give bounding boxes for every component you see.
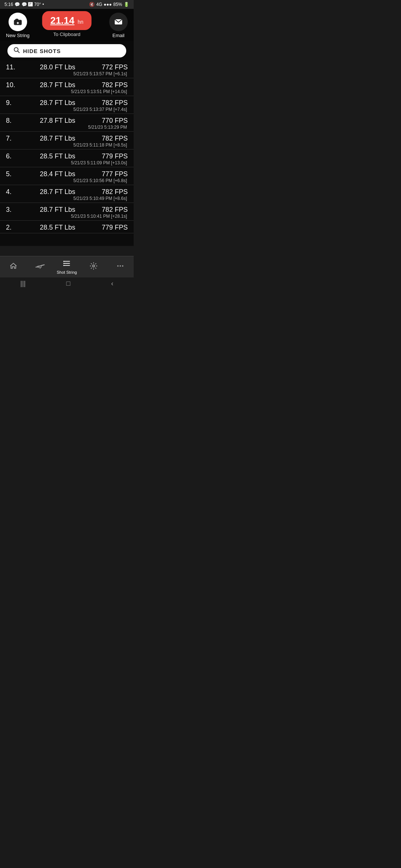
- nav-shot-string[interactable]: Shot String: [53, 257, 80, 277]
- shot-timestamp: 5/21/23 5:10:41 PM [+28.1s]: [6, 214, 128, 219]
- new-string-icon-circle: [9, 13, 27, 31]
- shot-row-5[interactable]: 6.28.5 FT Lbs779 FPS5/21/23 5:11:09 PM […: [0, 149, 134, 167]
- nav-rifle[interactable]: [27, 260, 53, 274]
- status-temp: 70°: [34, 2, 41, 7]
- shot-row-3[interactable]: 4.28.7 FT Lbs782 FPS5/21/23 5:10:49 PM […: [0, 185, 134, 203]
- shot-timestamp: 5/21/23 5:11:18 PM [+8.5s]: [6, 142, 128, 148]
- shot-fps: 770 FPS: [98, 117, 128, 125]
- search-icon: [13, 47, 20, 55]
- shot-number: 4.: [6, 188, 17, 196]
- shot-number: 9.: [6, 99, 17, 107]
- clipboard-value: 21.14: [50, 15, 74, 26]
- new-string-label: New String: [6, 33, 30, 38]
- svg-point-17: [117, 265, 119, 267]
- shot-timestamp: 5/21/23 5:11:09 PM [+13.0s]: [6, 160, 128, 165]
- shot-timestamp: 5/21/23 5:10:56 PM [+6.8s]: [6, 178, 128, 183]
- shot-row-4[interactable]: 5.28.4 FT Lbs777 FPS5/21/23 5:10:56 PM […: [0, 167, 134, 185]
- shot-row-2[interactable]: 3.28.7 FT Lbs782 FPS5/21/23 5:10:41 PM […: [0, 203, 134, 221]
- status-network: 4G: [96, 2, 102, 7]
- status-icons: 💬 💬 🅿: [14, 2, 33, 7]
- battery-icon: 🔋: [124, 2, 129, 7]
- rifle-icon: [35, 262, 45, 272]
- shot-fps: 779 FPS: [98, 152, 128, 160]
- svg-line-5: [17, 51, 19, 53]
- gesture-back: ‹: [111, 280, 113, 287]
- shot-number: 2.: [6, 224, 17, 231]
- home-icon: [9, 262, 17, 272]
- status-dot: •: [42, 2, 44, 7]
- shot-fps: 782 FPS: [98, 135, 128, 142]
- shot-fps: 772 FPS: [98, 63, 128, 71]
- shot-energy: 28.0 FT Lbs: [17, 63, 98, 71]
- shot-energy: 27.8 FT Lbs: [17, 117, 98, 125]
- status-bar: 5:16 💬 💬 🅿 70° • 🔇 4G ●●● 85% 🔋: [0, 0, 134, 9]
- shot-row-9[interactable]: 10.28.7 FT Lbs782 FPS5/21/23 5:13:51 PM …: [0, 78, 134, 96]
- folder-plus-icon: [13, 17, 22, 26]
- svg-point-15: [63, 265, 64, 266]
- more-icon: [116, 262, 124, 272]
- nav-home[interactable]: [0, 260, 27, 274]
- status-battery: 85%: [113, 2, 122, 7]
- shot-list: 11.28.0 FT Lbs772 FPS5/21/23 5:13:57 PM …: [0, 60, 134, 246]
- shot-fps: 777 FPS: [98, 170, 128, 178]
- shot-number: 11.: [6, 63, 17, 71]
- status-left: 5:16 💬 💬 🅿 70° •: [4, 2, 44, 7]
- shot-number: 8.: [6, 117, 17, 125]
- shot-timestamp: 5/21/23 5:10:49 PM [+8.6s]: [6, 196, 128, 201]
- search-bar-container: HIDE SHOTS: [0, 41, 134, 60]
- shot-energy: 28.7 FT Lbs: [17, 206, 98, 214]
- svg-point-14: [63, 263, 64, 264]
- shot-row-10[interactable]: 11.28.0 FT Lbs772 FPS5/21/23 5:13:57 PM …: [0, 60, 134, 78]
- hide-shots-label: HIDE SHOTS: [23, 48, 61, 54]
- nav-more[interactable]: [107, 260, 134, 274]
- email-button[interactable]: Email: [109, 13, 128, 38]
- shot-number: 6.: [6, 152, 17, 160]
- clipboard-red-button[interactable]: 21.14 hn: [42, 11, 91, 30]
- svg-point-13: [63, 261, 64, 262]
- shot-energy: 28.4 FT Lbs: [17, 170, 98, 178]
- shot-fps: 782 FPS: [98, 206, 128, 214]
- email-icon-circle: [109, 13, 128, 31]
- svg-point-18: [120, 265, 121, 267]
- shot-row-8[interactable]: 9.28.7 FT Lbs782 FPS5/21/23 5:13:37 PM […: [0, 96, 134, 114]
- svg-point-4: [14, 47, 18, 52]
- new-string-button[interactable]: New String: [6, 13, 30, 38]
- shot-number: 7.: [6, 135, 17, 142]
- status-mute-icon: 🔇: [89, 2, 95, 7]
- shot-energy: 28.7 FT Lbs: [17, 99, 98, 107]
- settings-icon: [89, 262, 98, 272]
- shot-timestamp: 5/21/23 5:13:29 PM: [6, 125, 128, 130]
- hide-shots-bar[interactable]: HIDE SHOTS: [7, 44, 126, 57]
- clipboard-unit: hn: [78, 19, 84, 25]
- clipboard-label: To Clipboard: [53, 32, 80, 37]
- shot-fps: 779 FPS: [98, 224, 128, 231]
- nav-settings[interactable]: [80, 260, 107, 274]
- shot-row-1[interactable]: 2.28.5 FT Lbs779 FPS: [0, 221, 134, 233]
- shot-number: 10.: [6, 81, 17, 89]
- gesture-recents: |||: [20, 280, 26, 287]
- shot-timestamp: 5/21/23 5:13:51 PM [+14.0s]: [6, 89, 128, 94]
- status-signal: ●●●: [104, 2, 112, 7]
- clipboard-display[interactable]: 21.14 hn To Clipboard: [42, 11, 91, 37]
- shot-fps: 782 FPS: [98, 81, 128, 89]
- status-right: 🔇 4G ●●● 85% 🔋: [89, 2, 129, 7]
- shot-row-6[interactable]: 7.28.7 FT Lbs782 FPS5/21/23 5:11:18 PM […: [0, 132, 134, 149]
- shot-fps: 782 FPS: [98, 99, 128, 107]
- shot-fps: 782 FPS: [98, 188, 128, 196]
- shot-timestamp: 5/21/23 5:13:37 PM [+7.4s]: [6, 107, 128, 112]
- shot-number: 5.: [6, 170, 17, 178]
- shot-string-label: Shot String: [57, 270, 77, 274]
- svg-point-19: [122, 265, 124, 267]
- bottom-nav: Shot String: [0, 256, 134, 277]
- shot-number: 3.: [6, 206, 17, 214]
- shot-energy: 28.5 FT Lbs: [17, 224, 98, 231]
- email-label: Email: [113, 33, 125, 38]
- shot-timestamp: 5/21/23 5:13:57 PM [+6.1s]: [6, 71, 128, 76]
- gesture-bar: ||| □ ‹: [0, 277, 134, 289]
- gesture-home: □: [66, 280, 71, 287]
- list-icon: [63, 259, 71, 269]
- shot-row-7[interactable]: 8.27.8 FT Lbs770 FPS5/21/23 5:13:29 PM: [0, 114, 134, 132]
- shot-energy: 28.7 FT Lbs: [17, 135, 98, 142]
- shot-energy: 28.5 FT Lbs: [17, 152, 98, 160]
- shot-energy: 28.7 FT Lbs: [17, 81, 98, 89]
